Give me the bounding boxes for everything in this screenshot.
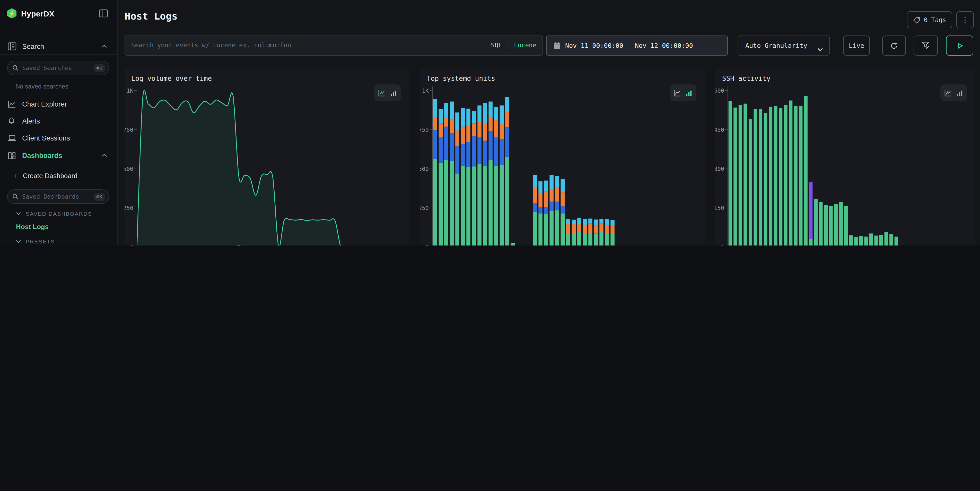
sidebar-item-search[interactable]: Search (0, 40, 117, 53)
granularity-select[interactable]: Auto Granularity (738, 35, 830, 56)
sidebar-item-dashboards[interactable]: Dashboards (0, 149, 117, 162)
svg-text:500: 500 (420, 166, 429, 172)
brand[interactable]: ⚡ HyperDX (7, 8, 54, 19)
shortcut-badge: ⌘K (94, 64, 105, 72)
granularity-value: Auto Granularity (745, 42, 807, 49)
chevron-down-icon (16, 212, 21, 215)
svg-text:450: 450 (716, 127, 724, 133)
chart-title: Log volume over time (131, 75, 212, 83)
svg-text:300: 300 (716, 166, 724, 172)
hyperdx-logo-icon: ⚡ (7, 8, 17, 19)
chart-title: Top systemd units (427, 75, 495, 83)
run-query-button[interactable] (946, 35, 973, 56)
saved-dashboards-placeholder: Saved Dashboards (22, 193, 79, 200)
calendar-icon (553, 42, 560, 49)
svg-text:1K: 1K (422, 87, 429, 94)
svg-text:0: 0 (130, 244, 133, 246)
sidebar-item-label: Dashboards (22, 152, 62, 159)
svg-text:500: 500 (124, 166, 133, 172)
search-placeholder: Search your events w/ Lucene ex. column:… (131, 42, 291, 49)
app-root: ⚡ HyperDX Search Saved Searches ⌘K No sa… (0, 0, 980, 246)
live-button[interactable]: Live (843, 35, 870, 56)
svg-text:750: 750 (124, 127, 133, 133)
chevron-up-icon (102, 154, 107, 157)
create-dashboard-button[interactable]: + Create Dashboard (14, 172, 78, 180)
sidebar: ⚡ HyperDX Search Saved Searches ⌘K No sa… (0, 0, 118, 246)
svg-text:0: 0 (425, 244, 429, 246)
chart-explorer-icon (8, 100, 16, 108)
chart-plot: 1K7505002500Nov 11 12:00:00 AM10:30:00 A… (420, 69, 705, 246)
svg-text:600: 600 (716, 87, 724, 94)
divider (0, 54, 117, 54)
saved-dashboards-input[interactable]: Saved Dashboards ⌘K (7, 189, 109, 204)
chart-type-toggle[interactable] (374, 84, 401, 102)
chart-plot: 1K7505002500Nov 11 12:00:00 AM10:30:00 A… (124, 69, 409, 246)
line-chart-icon[interactable] (944, 89, 952, 97)
sidebar-item-label: Search (22, 43, 44, 50)
kebab-menu-button[interactable]: ⋮ (956, 11, 974, 28)
svg-text:250: 250 (420, 205, 429, 211)
tag-icon (913, 16, 920, 24)
no-saved-searches-text: No saved searches (16, 83, 68, 90)
bar-chart-icon[interactable] (685, 89, 693, 97)
bar-chart-icon[interactable] (956, 89, 964, 97)
divider (0, 164, 117, 164)
chevron-down-icon (817, 44, 823, 54)
sidebar-dashboard-host-logs[interactable]: Host Logs (16, 223, 49, 230)
chart-plot: 6004503001500Nov 11 12:00:00 AM10:30:00 … (716, 69, 975, 246)
search-nav-icon (8, 42, 16, 51)
search-icon (12, 65, 19, 71)
date-range-picker[interactable]: Nov 11 00:00:00 - Nov 12 00:00:00 (546, 35, 728, 56)
section-saved-dashboards[interactable]: SAVED DASHBOARDS (16, 210, 92, 217)
shortcut-badge: ⌘K (94, 193, 105, 200)
sidebar-item-chart-explorer[interactable]: Chart Explorer (0, 97, 117, 111)
svg-text:0: 0 (721, 244, 724, 246)
brand-name: HyperDX (21, 9, 54, 18)
refresh-button[interactable] (882, 35, 906, 56)
sidebar-item-client-sessions[interactable]: Client Sessions (0, 131, 117, 145)
filter-edit-icon (921, 41, 930, 50)
chart-type-toggle[interactable] (940, 84, 967, 102)
page-title: Host Logs (124, 10, 178, 22)
sidebar-item-label: Chart Explorer (22, 100, 67, 108)
event-search-input[interactable]: Search your events w/ Lucene ex. column:… (124, 35, 543, 56)
svg-text:1K: 1K (127, 87, 134, 94)
search-icon (12, 194, 19, 200)
collapse-sidebar-icon[interactable] (99, 9, 108, 17)
refresh-icon (890, 41, 898, 50)
chart-card: 1K7505002500Nov 11 12:00:00 AM10:30:00 A… (420, 69, 705, 246)
laptop-icon (8, 134, 16, 141)
chevron-down-icon (16, 240, 21, 243)
line-chart-icon[interactable] (378, 89, 386, 97)
svg-text:150: 150 (716, 205, 724, 211)
sidebar-item-alerts[interactable]: Alerts (0, 114, 117, 128)
svg-text:250: 250 (124, 205, 133, 211)
chart-type-toggle[interactable] (670, 84, 697, 102)
chart-card: 1K7505002500Nov 11 12:00:00 AM10:30:00 A… (124, 69, 409, 246)
plus-icon: + (14, 172, 18, 180)
lucene-mode-button[interactable]: Lucene (514, 42, 536, 49)
chevron-up-icon (102, 45, 107, 48)
section-presets[interactable]: PRESETS (16, 238, 55, 245)
sql-mode-button[interactable]: SQL (491, 42, 502, 49)
filter-button[interactable] (913, 35, 938, 56)
bar-chart-icon[interactable] (390, 89, 397, 97)
svg-text:750: 750 (420, 127, 429, 133)
bell-icon (8, 117, 16, 125)
saved-searches-placeholder: Saved Searches (22, 64, 72, 72)
date-range-text: Nov 11 00:00:00 - Nov 12 00:00:00 (565, 42, 693, 49)
play-icon (956, 42, 963, 49)
line-chart-icon[interactable] (673, 89, 681, 97)
chart-title: SSH activity (722, 75, 770, 83)
sidebar-item-label: Client Sessions (22, 134, 70, 142)
dashboards-icon (8, 152, 16, 159)
sidebar-item-label: Alerts (22, 117, 40, 125)
tags-button[interactable]: 0 Tags (907, 11, 952, 28)
saved-searches-input[interactable]: Saved Searches ⌘K (7, 61, 109, 75)
chart-card: 6004503001500Nov 11 12:00:00 AM10:30:00 … (716, 69, 975, 246)
